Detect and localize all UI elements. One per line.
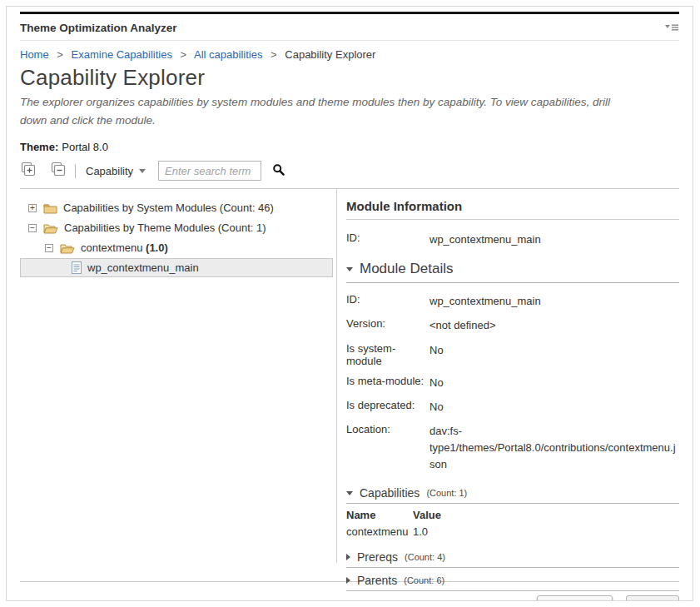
capabilities-table-header: Name Value [346, 509, 679, 521]
section-title: Parents [357, 574, 397, 587]
tree-item-label: wp_contextmenu_main [87, 261, 199, 274]
field-label: Is system-module [346, 342, 429, 367]
breadcrumb-home[interactable]: Home [20, 48, 49, 61]
previous-button[interactable]: Previous [537, 595, 613, 601]
detail-row-is-system-module: Is system-module No [346, 342, 679, 367]
capabilities-header[interactable]: Capabilities (Count: 1) [346, 480, 679, 504]
expand-all-icon [20, 162, 36, 180]
theme-label: Theme: [20, 141, 58, 153]
capability-value: 1.0 [413, 525, 428, 538]
module-details-header[interactable]: Module Details [346, 251, 679, 283]
tree-item-wp-contextmenu-main[interactable]: wp_contextmenu_main [20, 258, 333, 277]
tree-item-system-modules[interactable]: + Capabilities by System Modules (Count:… [20, 198, 333, 217]
chevron-down-icon [346, 267, 353, 271]
portlet-menu-icon[interactable] [665, 20, 679, 35]
toolbar-divider [75, 164, 76, 178]
module-information-panel: Module Information ID: wp_contextmenu_ma… [337, 189, 679, 563]
chevron-down-icon [139, 169, 146, 173]
field-label: Version: [346, 317, 429, 334]
breadcrumb-current: Capability Explorer [285, 48, 375, 61]
field-label: Location: [346, 423, 429, 473]
field-label: ID: [346, 231, 429, 248]
tree-item-contextmenu[interactable]: − contextmenu (1.0) [20, 238, 333, 257]
tree-item-theme-modules[interactable]: − Capabilities by Theme Modules (Count: … [20, 218, 333, 237]
breadcrumb: Home > Examine Capabilities > All capabi… [20, 41, 679, 62]
detail-row-id: ID: wp_contextmenu_main [346, 293, 679, 310]
expand-icon[interactable]: + [28, 204, 37, 212]
breadcrumb-examine-capabilities[interactable]: Examine Capabilities [72, 48, 172, 61]
breadcrumb-separator: > [181, 48, 187, 61]
module-id-row: ID: wp_contextmenu_main [346, 231, 679, 248]
collapse-icon[interactable]: − [28, 224, 37, 232]
detail-row-is-deprecated: Is deprecated: No [346, 399, 679, 415]
prereqs-header[interactable]: Prereqs (Count: 4) [346, 545, 679, 568]
page-description: The explorer organizes capabilities by s… [20, 93, 614, 129]
field-value: No [429, 399, 679, 415]
tree-item-version: (1.0) [146, 241, 168, 254]
search-field-selected: Capability [86, 165, 133, 177]
tree-item-label: Capabilities by Theme Modules (Count: 1) [64, 221, 266, 234]
portlet-window: Theme Optimization Analyzer Home > Exami… [6, 6, 693, 601]
breadcrumb-separator: > [57, 48, 63, 61]
search-icon [272, 163, 285, 179]
field-value: No [429, 375, 679, 391]
module-details-body: ID: wp_contextmenu_main Version: <not de… [346, 293, 679, 480]
section-count: (Count: 1) [426, 488, 467, 498]
section-title: Capabilities [360, 486, 420, 500]
search-button[interactable] [272, 163, 285, 179]
field-label: Is deprecated: [346, 399, 429, 415]
folder-open-icon [43, 222, 58, 234]
field-label: ID: [346, 293, 429, 310]
chevron-right-icon [346, 554, 350, 560]
portlet-header: Theme Optimization Analyzer [20, 14, 679, 41]
app-title: Theme Optimization Analyzer [20, 22, 177, 34]
field-value: <not defined> [429, 317, 679, 334]
chevron-right-icon [346, 577, 350, 584]
search-field-dropdown[interactable]: Capability [84, 162, 147, 180]
folder-open-icon [60, 242, 75, 254]
next-button[interactable]: Next [626, 595, 679, 601]
field-value: No [429, 342, 679, 367]
column-header-name: Name [346, 509, 413, 521]
capabilities-table: Name Value contextmenu 1.0 [346, 509, 679, 542]
tree-item-label: Capabilities by System Modules (Count: 4… [63, 202, 274, 214]
section-title: Prereqs [357, 550, 398, 564]
tree-item-label: contextmenu [81, 241, 142, 254]
section-count: (Count: 4) [405, 552, 445, 562]
theme-value: Portal 8.0 [62, 141, 108, 153]
field-value: wp_contextmenu_main [429, 293, 679, 310]
capabilities-table-row: contextmenu 1.0 [346, 525, 679, 538]
capability-name: contextmenu [346, 525, 413, 538]
column-header-value: Value [413, 509, 441, 521]
expand-all-button[interactable] [20, 162, 42, 180]
collapse-all-button[interactable] [50, 162, 72, 180]
capability-tree: + Capabilities by System Modules (Count:… [20, 189, 337, 563]
chevron-down-icon [346, 491, 353, 495]
page-title: Capability Explorer [20, 65, 679, 91]
explorer-content: + Capabilities by System Modules (Count:… [20, 189, 679, 563]
module-information-heading: Module Information [346, 189, 679, 220]
parents-header[interactable]: Parents (Count: 6) [346, 568, 679, 591]
section-count: (Count: 6) [404, 575, 444, 585]
folder-closed-icon [43, 202, 57, 214]
collapse-icon[interactable]: − [45, 244, 53, 252]
breadcrumb-separator: > [271, 48, 277, 61]
detail-row-version: Version: <not defined> [346, 317, 679, 334]
collapse-all-icon [50, 162, 66, 180]
field-label: Is meta-module: [346, 375, 429, 391]
document-icon [72, 261, 82, 274]
field-value: wp_contextmenu_main [429, 231, 679, 248]
detail-row-location: Location: dav:fs-type1/themes/Portal8.0/… [346, 423, 679, 473]
breadcrumb-all-capabilities[interactable]: All capabilities [194, 48, 262, 61]
theme-line: Theme:Portal 8.0 [20, 141, 679, 153]
section-title: Module Details [360, 261, 453, 277]
search-input[interactable] [158, 161, 261, 181]
field-value: dav:fs-type1/themes/Portal8.0/contributi… [429, 423, 679, 473]
tree-toolbar: Capability [20, 161, 679, 189]
detail-row-is-meta-module: Is meta-module: No [346, 375, 679, 391]
